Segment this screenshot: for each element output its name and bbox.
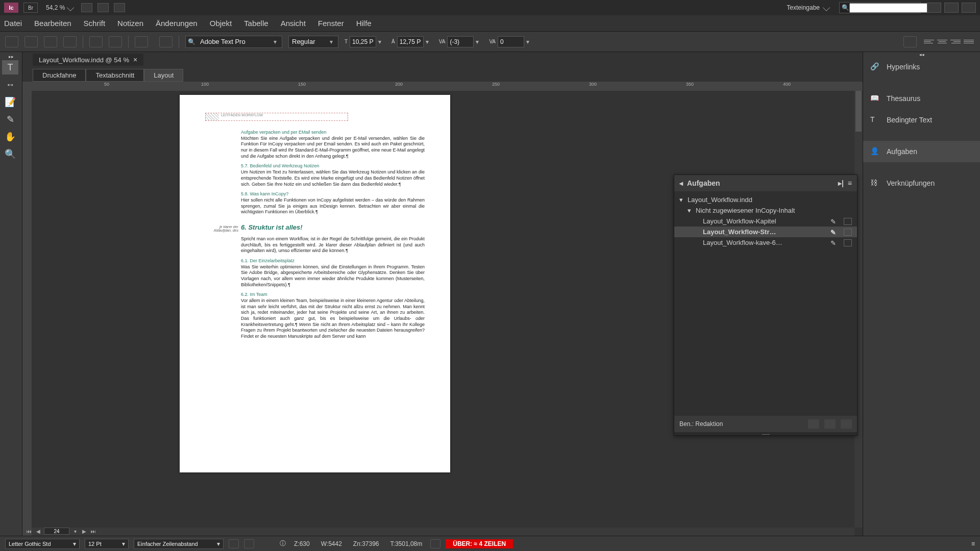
column-icon[interactable] — [244, 539, 254, 548]
zoom-tool[interactable]: 🔍 — [2, 147, 18, 161]
menu-icon[interactable] — [903, 36, 917, 47]
scrollbar-horizontal[interactable] — [32, 528, 854, 536]
tree-item[interactable]: Layout_Workflow-Str… ✎ — [674, 227, 857, 237]
update-icon[interactable] — [808, 419, 819, 429]
leading-field[interactable]: Ā ▾ — [391, 36, 433, 47]
align-right-button[interactable] — [949, 36, 962, 47]
tree-root[interactable]: ▾ Layout_Workflow.indd — [674, 194, 857, 205]
align-center-button[interactable] — [936, 36, 948, 47]
column-depth-icon[interactable] — [430, 539, 440, 548]
panel-verknuepfungen[interactable]: ⛓Verknüpfungen — [863, 172, 980, 194]
tree-item[interactable]: Layout_Workflow-Kapitel ✎ — [674, 216, 857, 227]
type-tool[interactable]: T — [2, 60, 18, 74]
font-style-select[interactable]: ▾ — [288, 36, 338, 48]
menu-schrift[interactable]: Schrift — [84, 19, 106, 28]
chevron-down-icon[interactable]: ▾ — [330, 38, 338, 45]
font-family-input[interactable] — [197, 38, 274, 45]
chevron-down-icon[interactable]: ▾ — [378, 38, 385, 45]
search-box[interactable]: 🔍 — [839, 2, 921, 13]
panel-hyperlinks[interactable]: 🔗Hyperlinks — [863, 56, 980, 78]
status-font-select[interactable]: ▾ — [5, 539, 80, 549]
menu-notizen[interactable]: Notizen — [117, 19, 143, 28]
tab-layout[interactable]: Layout — [144, 69, 183, 82]
menu-hilfe[interactable]: Hilfe — [356, 19, 372, 28]
chevron-down-icon[interactable]: ▾ — [426, 38, 433, 45]
menu-bearbeiten[interactable]: Bearbeiten — [34, 19, 71, 28]
status-size-select[interactable]: ▾ — [85, 539, 129, 549]
arrange-icon[interactable] — [114, 3, 125, 12]
maximize-button[interactable] — [944, 3, 959, 13]
minimize-button[interactable] — [927, 3, 941, 13]
expand-icon[interactable]: ▸| — [838, 179, 844, 187]
bridge-icon[interactable]: Br — [23, 3, 38, 13]
font-size-input[interactable] — [350, 36, 376, 47]
chevron-down-icon[interactable]: ▾ — [526, 38, 533, 45]
chevron-down-icon[interactable]: ▾ — [217, 540, 220, 547]
resize-handle[interactable]: ┄┄┄ — [674, 432, 857, 435]
chevron-down-icon[interactable]: ▾ — [122, 540, 125, 547]
user-icon[interactable] — [841, 419, 852, 429]
font-size-field[interactable]: T ▾ — [345, 36, 385, 47]
status-spacing-select[interactable]: ▾ — [134, 539, 224, 549]
tree-group[interactable]: ▾ Nicht zugewiesener InCopy-Inhalt — [674, 205, 857, 216]
refresh-icon[interactable] — [824, 419, 836, 429]
status-spacing-input[interactable] — [137, 541, 214, 547]
font-family-select[interactable]: 🔍 ▾ — [185, 36, 282, 48]
status-font-input[interactable] — [9, 541, 70, 547]
tree-item[interactable]: Layout_Workflow-kave-6… ✎ — [674, 237, 857, 248]
first-page-button[interactable]: ⏮ — [26, 528, 33, 535]
disclosure-triangle-icon[interactable]: ▾ — [679, 196, 684, 204]
page-text-frame[interactable]: Aufgabe verpacken und per EMail senden M… — [241, 126, 425, 447]
menu-fenster[interactable]: Fenster — [318, 19, 344, 28]
panel-aufgaben[interactable]: 👤Aufgaben — [863, 141, 980, 162]
tab-textabschnitt[interactable]: Textabschnitt — [86, 69, 144, 82]
disclosure-triangle-icon[interactable]: ▾ — [688, 207, 693, 214]
align-justify-button[interactable] — [963, 36, 975, 47]
note-tool[interactable]: 📝 — [2, 95, 18, 109]
remove-icon[interactable] — [844, 239, 852, 246]
chevron-down-icon[interactable]: ▾ — [476, 38, 483, 45]
menu-ansicht[interactable]: Ansicht — [281, 19, 306, 28]
page-number-input[interactable] — [44, 528, 69, 535]
kerning-input[interactable] — [498, 36, 524, 47]
position-tool[interactable]: ↔ — [2, 78, 18, 92]
screen-mode-icon[interactable] — [97, 3, 109, 12]
chevron-down-icon[interactable]: ▾ — [73, 540, 76, 547]
font-style-input[interactable] — [289, 38, 330, 45]
chevron-left-icon[interactable]: ◂ — [679, 179, 683, 187]
panel-bedingter-text[interactable]: TBedingter Text — [863, 109, 980, 131]
leading-input[interactable] — [397, 36, 424, 47]
checkout-icon[interactable] — [844, 218, 852, 225]
kerning-field[interactable]: VA ▾ — [489, 36, 533, 47]
view-options-icon[interactable] — [81, 3, 92, 12]
menu-tabelle[interactable]: Tabelle — [244, 19, 268, 28]
info-icon[interactable]: ⓘ — [280, 539, 286, 548]
tracking-input[interactable] — [447, 36, 474, 47]
tracking-field[interactable]: VA ▾ — [439, 36, 483, 47]
hand-tool[interactable]: ✋ — [2, 130, 18, 144]
column-icon[interactable] — [229, 539, 239, 548]
search-input[interactable] — [849, 3, 938, 13]
aufgaben-panel-header[interactable]: ◂ Aufgaben ▸| ≡ — [674, 175, 857, 191]
status-size-input[interactable] — [88, 541, 119, 547]
checkout-icon[interactable] — [844, 229, 852, 236]
eyedropper-tool[interactable]: ✎ — [2, 112, 18, 127]
align-left-button[interactable] — [923, 36, 935, 47]
panel-thesaurus[interactable]: 📖Thesaurus — [863, 88, 980, 109]
zoom-select[interactable]: 54,2 % — [43, 3, 76, 12]
hidden-chars-icon[interactable] — [135, 36, 148, 47]
open-icon[interactable] — [5, 36, 18, 47]
spellcheck-icon[interactable] — [109, 36, 122, 47]
print-icon[interactable] — [63, 36, 77, 47]
collapse-icon[interactable]: ◂◂ — [863, 52, 980, 56]
menu-icon[interactable]: ≡ — [971, 540, 975, 547]
page-dropdown[interactable]: ▾ — [71, 528, 79, 535]
tab-druckfahne[interactable]: Druckfahne — [33, 69, 86, 82]
find-icon[interactable] — [89, 36, 103, 47]
close-icon[interactable]: × — [133, 56, 137, 64]
menu-objekt[interactable]: Objekt — [210, 19, 232, 28]
panel-menu-icon[interactable]: ≡ — [848, 179, 852, 187]
export-icon[interactable] — [44, 36, 57, 47]
prev-page-button[interactable]: ◀ — [35, 528, 42, 535]
chevron-down-icon[interactable]: ▾ — [274, 38, 282, 45]
